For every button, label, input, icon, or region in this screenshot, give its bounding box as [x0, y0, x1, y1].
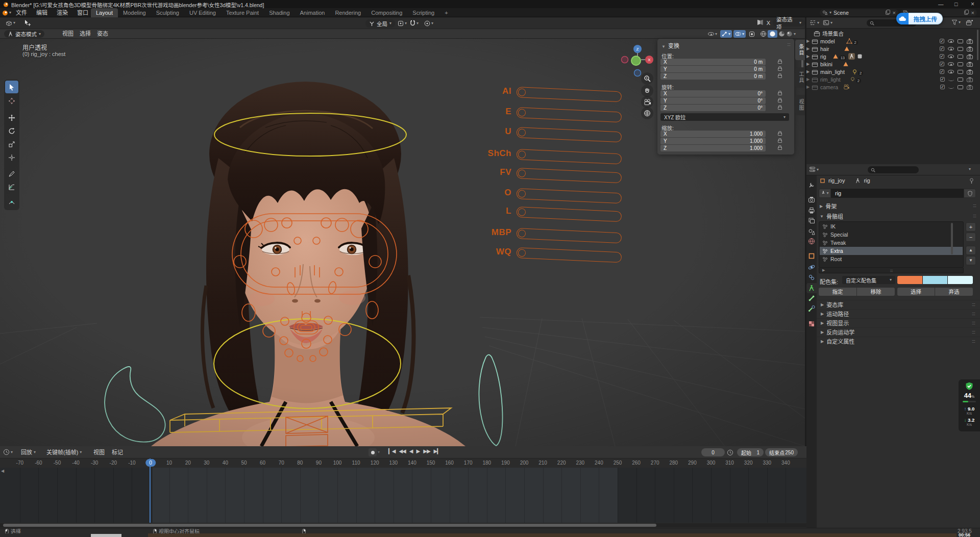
monitor-icon[interactable] [958, 85, 963, 89]
expand-icon[interactable]: ▶ [806, 39, 810, 43]
rig-slider-row[interactable]: FV [486, 166, 634, 182]
mode-dropdown[interactable]: 姿态模式 ▾ [4, 30, 44, 38]
copy-icon[interactable] [964, 10, 969, 15]
move-group-down-button[interactable]: ▼ [966, 256, 976, 265]
keying-menu[interactable]: 关键帧(插帧)▾ [43, 446, 85, 458]
render-camera-icon[interactable] [967, 54, 973, 59]
id-browse-button[interactable]: ▾ [819, 189, 831, 198]
tool-cursor[interactable] [5, 94, 18, 107]
lock-icon[interactable] [778, 99, 782, 103]
play-reverse-button[interactable]: ◀ [408, 448, 414, 454]
auto-key-dropdown[interactable]: ▾ [378, 450, 380, 454]
scale-z-field[interactable]: Z1.000 [660, 145, 766, 151]
panel-grip[interactable]: :::: [787, 42, 790, 47]
workspace-tab-scripting[interactable]: Scripting [407, 8, 439, 17]
new-collection-button[interactable] [966, 19, 973, 26]
rig-slider-row[interactable]: ShCh [486, 147, 634, 163]
monitor-icon[interactable] [958, 39, 963, 43]
tab-scene-icon[interactable] [808, 228, 815, 236]
breadcrumb-object[interactable]: rig_joy [828, 177, 845, 184]
lock-icon[interactable] [778, 133, 782, 136]
id-name-field[interactable]: rig [831, 189, 964, 198]
drag-upload-label[interactable]: 拖拽上传 [909, 13, 943, 24]
render-camera-icon[interactable] [967, 69, 973, 74]
next-keyframe-button[interactable]: ▶▶ [422, 448, 431, 454]
prev-keyframe-button[interactable]: ◀◀ [397, 448, 407, 454]
outliner-row-main-light[interactable]: ▶ main_light 2 ✓ [806, 68, 980, 75]
custom-properties-panel[interactable]: ▶自定义属性:::: [817, 337, 980, 345]
monitor-icon[interactable] [958, 47, 963, 51]
eye-icon[interactable] [948, 55, 954, 58]
workspace-tab-texturepaint[interactable]: Texture Paint [221, 8, 264, 17]
copy-icon[interactable] [886, 10, 890, 15]
bone-groups-panel-header[interactable]: ▼骨骼组 [820, 212, 843, 220]
timeline-editor-type-button[interactable]: ▾ [3, 449, 13, 455]
rotation-z-field[interactable]: Z0° [660, 105, 766, 111]
slider-knob[interactable] [518, 150, 526, 159]
tool-select-box[interactable] [5, 81, 18, 93]
tab-render-icon[interactable] [808, 196, 815, 203]
outliner-editor-type-button[interactable]: ▾ [810, 19, 819, 26]
overlays-toggle[interactable]: ▾ [733, 30, 746, 38]
monitor-icon[interactable] [958, 70, 963, 74]
checkbox-icon[interactable]: ✓ [940, 85, 945, 89]
slider-track[interactable] [517, 127, 622, 142]
workspace-tab-rendering[interactable]: Rendering [330, 8, 366, 17]
tool-scale[interactable] [5, 138, 18, 150]
active-tool-icon[interactable] [22, 19, 33, 27]
shading-wireframe-icon[interactable] [760, 31, 767, 37]
scrollbar-thumb[interactable] [3, 524, 656, 527]
slider-knob[interactable] [518, 129, 526, 137]
expand-icon[interactable]: ▶ [806, 85, 810, 89]
expand-icon[interactable]: ▶ [806, 77, 810, 82]
rig-slider-row[interactable]: AI [486, 85, 634, 100]
pivot-point-dropdown[interactable]: ▾ [396, 19, 408, 28]
bone-groups-list[interactable]: IK Special Tweak Extra Root [819, 221, 964, 268]
view-menu[interactable]: 视图 [90, 446, 108, 458]
outliner-scrollbar[interactable] [977, 30, 978, 60]
gizmo-z-ball[interactable]: Z [636, 47, 639, 52]
breadcrumb-data[interactable]: rig [864, 177, 870, 184]
tab-output-icon[interactable] [808, 207, 815, 214]
snap-dropdown[interactable]: ▾ [408, 19, 420, 28]
visibility-dropdown[interactable]: ▾ [706, 30, 719, 38]
slider-track[interactable] [517, 207, 622, 222]
outliner-row-bikini[interactable]: ▶ bikini ✓ [806, 60, 980, 68]
remove-button[interactable]: 移除 [857, 288, 895, 296]
slider-knob[interactable] [518, 109, 526, 117]
timeline-channels[interactable] [0, 468, 806, 523]
workspace-tab-layout[interactable]: Layout [91, 8, 118, 17]
deselect-button[interactable]: 弃选 [935, 288, 973, 296]
expand-icon[interactable]: ▶ [806, 69, 810, 74]
rig-slider-row[interactable]: U [486, 125, 634, 141]
slider-knob[interactable] [518, 208, 526, 216]
select-button[interactable]: 选择 [897, 288, 935, 296]
workspace-tab-shading[interactable]: Shading [264, 8, 295, 17]
checkbox-icon[interactable]: ✓ [940, 54, 944, 59]
tab-object-icon[interactable] [808, 252, 815, 260]
lock-icon[interactable] [778, 147, 782, 150]
mirror-x-label[interactable]: X [767, 20, 770, 26]
checkbox-icon[interactable]: ✓ [940, 77, 945, 82]
list-filter-footer[interactable]: ::::▶ [819, 268, 964, 273]
motion-paths-panel[interactable]: ▶运动路径:::: [817, 309, 980, 318]
gizmo-minus-x-ball[interactable] [622, 57, 628, 63]
slider-knob[interactable] [518, 190, 526, 198]
eye-icon[interactable] [948, 62, 954, 66]
slider-track[interactable] [517, 149, 622, 164]
tab-physics-icon[interactable] [808, 264, 815, 271]
tab-constraints-icon[interactable] [808, 274, 815, 281]
inverse-kinematics-panel[interactable]: ▶反向运动学:::: [817, 327, 980, 336]
auto-key-record-button[interactable] [369, 448, 377, 456]
bone-group-row-tweak[interactable]: Tweak [820, 239, 963, 247]
skeleton-panel-header[interactable]: ▶骨架 [820, 202, 837, 210]
outliner-row-hair[interactable]: ▶ hair ✓ [806, 45, 980, 53]
location-z-field[interactable]: Z0 m [660, 73, 766, 80]
lock-icon[interactable] [778, 140, 782, 143]
playhead[interactable] [150, 458, 151, 523]
add-workspace-button[interactable]: + [439, 8, 453, 17]
swatch-normal[interactable] [897, 276, 922, 284]
scale-y-field[interactable]: Y1.000 [660, 138, 766, 144]
expand-icon[interactable]: ▶ [806, 54, 810, 59]
unlink-scene-icon[interactable]: × [893, 10, 896, 16]
